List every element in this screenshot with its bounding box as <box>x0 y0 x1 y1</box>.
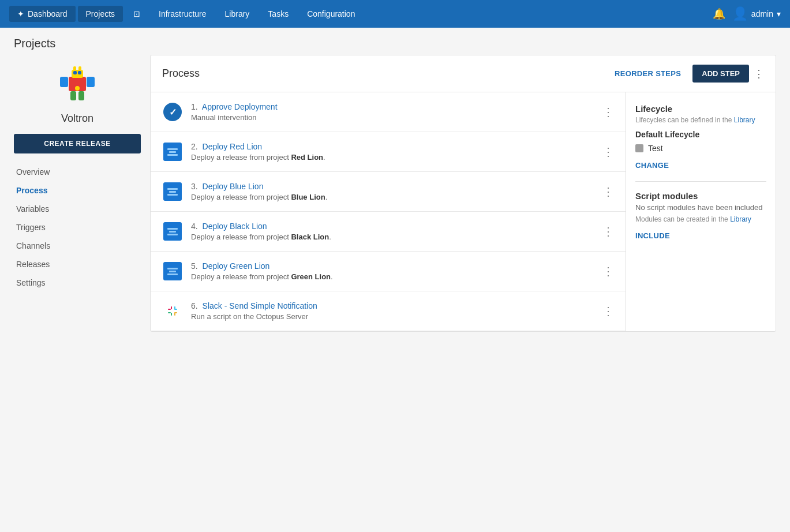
lifecycle-item: Test <box>635 144 766 153</box>
svg-rect-2 <box>73 71 77 74</box>
step-2-link[interactable]: Deploy Red Lion <box>203 142 263 151</box>
step-item-1: 1. Approve Deployment Manual interventio… <box>151 92 626 132</box>
process-content-panel: Process REORDER STEPS ADD STEP ⋮ 1. Appr… <box>150 55 776 332</box>
step-3-num: 3. <box>191 182 198 191</box>
step-item-2: 2. Deploy Red Lion Deploy a release from… <box>151 132 626 172</box>
step-2-menu-icon[interactable]: ⋮ <box>602 145 614 159</box>
no-modules-text: No script modules have been included <box>635 203 766 212</box>
modules-link-text: Modules can be created in the Library <box>635 215 766 223</box>
process-more-icon[interactable]: ⋮ <box>754 68 764 80</box>
nav-projects-label: Projects <box>86 9 115 18</box>
add-step-button[interactable]: ADD STEP <box>692 65 749 83</box>
chevron-down-icon: ▾ <box>777 9 781 18</box>
svg-rect-3 <box>78 71 81 74</box>
nav-configuration-label: Configuration <box>307 9 355 18</box>
step-1-menu-icon[interactable]: ⋮ <box>602 105 614 119</box>
include-modules-button[interactable]: INCLUDE <box>635 229 670 242</box>
step-6-link[interactable]: Slack - Send Simple Notification <box>203 301 317 310</box>
step-item-3: 3. Deploy Blue Lion Deploy a release fro… <box>151 172 626 212</box>
sidebar-item-variables[interactable]: Variables <box>14 200 141 218</box>
lifecycle-library-link[interactable]: Library <box>734 116 755 124</box>
sidebar-navigation: Overview Process Variables Triggers Chan… <box>14 163 141 292</box>
nav-library-label: Library <box>225 9 250 18</box>
step-2-info: 2. Deploy Red Lion Deploy a release from… <box>191 142 594 162</box>
script-modules-title: Script modules <box>635 191 766 201</box>
deploy-icon-5 <box>163 262 182 280</box>
deploy-icon-3 <box>163 182 182 201</box>
step-4-menu-icon[interactable]: ⋮ <box>602 224 614 238</box>
svg-rect-6 <box>70 91 76 100</box>
admin-user-button[interactable]: 👤 admin ▾ <box>732 6 781 21</box>
sidebar-item-process[interactable]: Process <box>14 181 141 200</box>
sidebar-item-overview[interactable]: Overview <box>14 163 141 181</box>
step-3-desc: Deploy a release from project Blue Lion. <box>191 193 594 201</box>
page-title: Projects <box>14 37 776 50</box>
step-4-desc: Deploy a release from project Black Lion… <box>191 233 594 241</box>
step-5-menu-icon[interactable]: ⋮ <box>602 264 614 278</box>
lifecycle-sub-text: Lifecycles can be defined in the Library <box>635 116 766 124</box>
camera-icon: ⊡ <box>133 9 140 18</box>
svg-rect-16 <box>168 312 171 313</box>
step-3-menu-icon[interactable]: ⋮ <box>602 185 614 198</box>
svg-rect-8 <box>73 66 76 71</box>
right-panel: Lifecycle Lifecycles can be defined in t… <box>626 92 776 331</box>
lifecycle-title: Lifecycle <box>635 104 766 114</box>
user-icon: 👤 <box>732 6 748 21</box>
step-6-info: 6. Slack - Send Simple Notification Run … <box>191 301 594 321</box>
svg-rect-4 <box>60 77 68 87</box>
step-5-title-row: 5. Deploy Green Lion <box>191 261 594 271</box>
process-header: Process REORDER STEPS ADD STEP ⋮ <box>151 55 776 92</box>
step-6-menu-icon[interactable]: ⋮ <box>602 304 614 318</box>
nav-right-section: 🔔 👤 admin ▾ <box>713 6 781 21</box>
reorder-steps-button[interactable]: REORDER STEPS <box>608 66 688 81</box>
nav-infrastructure-label: Infrastructure <box>159 9 206 18</box>
sidebar-item-channels[interactable]: Channels <box>14 237 141 255</box>
step-6-desc: Run a script on the Octopus Server <box>191 312 594 321</box>
svg-rect-11 <box>164 303 181 319</box>
sidebar-item-triggers[interactable]: Triggers <box>14 218 141 237</box>
nav-library[interactable]: Library <box>217 6 258 22</box>
admin-label: admin <box>751 9 773 18</box>
icon-bar-3 <box>167 274 178 275</box>
step-1-title: 1. Approve Deployment <box>191 102 594 111</box>
project-logo <box>14 59 141 106</box>
step-3-info: 3. Deploy Blue Lion Deploy a release fro… <box>191 182 594 201</box>
divider <box>635 181 766 182</box>
nav-infrastructure[interactable]: Infrastructure <box>151 6 214 22</box>
main-layout: Voltron CREATE RELEASE Overview Process … <box>0 55 790 346</box>
sidebar-item-releases[interactable]: Releases <box>14 255 141 274</box>
create-release-button[interactable]: CREATE RELEASE <box>14 134 141 153</box>
nav-tasks[interactable]: Tasks <box>260 6 297 22</box>
icon-bar-3 <box>167 234 178 235</box>
nav-configuration[interactable]: Configuration <box>299 6 363 22</box>
deploy-icon-4 <box>163 222 182 241</box>
svg-rect-7 <box>78 91 84 100</box>
step-5-desc: Deploy a release from project Green Lion… <box>191 272 594 281</box>
step-1-desc: Manual intervention <box>191 113 594 122</box>
icon-bar-2 <box>169 151 176 153</box>
step-5-link[interactable]: Deploy Green Lion <box>203 261 270 271</box>
svg-rect-5 <box>87 77 95 87</box>
step-3-icon <box>162 181 183 202</box>
icon-bar-1 <box>167 188 178 190</box>
step-1-num: 1. <box>191 102 198 111</box>
top-navigation: ✦ Dashboard Projects ⊡ Infrastructure Li… <box>0 0 790 28</box>
modules-library-link[interactable]: Library <box>730 215 751 223</box>
nav-projects[interactable]: Projects <box>78 6 123 22</box>
content-body: 1. Approve Deployment Manual interventio… <box>151 92 776 331</box>
icon-bar-1 <box>167 148 178 150</box>
slack-icon <box>163 302 182 320</box>
icon-bar-2 <box>169 231 176 233</box>
change-lifecycle-button[interactable]: CHANGE <box>635 159 669 172</box>
step-1-link[interactable]: Approve Deployment <box>202 102 278 111</box>
sidebar-item-settings[interactable]: Settings <box>14 274 141 292</box>
icon-bar-2 <box>169 271 176 272</box>
step-4-link[interactable]: Deploy Black Lion <box>203 222 267 231</box>
bell-icon[interactable]: 🔔 <box>713 8 725 20</box>
step-3-link[interactable]: Deploy Blue Lion <box>203 182 264 191</box>
step-item-5: 5. Deploy Green Lion Deploy a release fr… <box>151 252 626 291</box>
nav-dashboard[interactable]: ✦ Dashboard <box>9 6 76 22</box>
nav-camera[interactable]: ⊡ <box>125 6 148 22</box>
nav-dashboard-label: Dashboard <box>28 9 68 18</box>
step-5-info: 5. Deploy Green Lion Deploy a release fr… <box>191 261 594 281</box>
